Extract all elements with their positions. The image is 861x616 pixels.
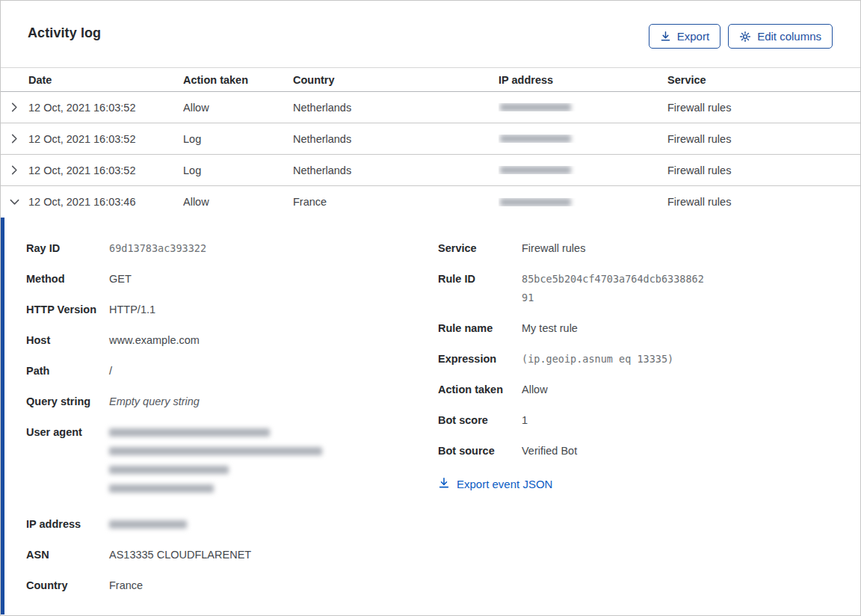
detail-field-label: Rule ID [438, 270, 522, 307]
detail-field-value: GET [109, 270, 132, 289]
table-header-row: Date Action taken Country IP address Ser… [1, 67, 860, 92]
detail-field-value: Allow [522, 381, 548, 399]
row-date: 12 Oct, 2021 16:03:46 [28, 196, 183, 208]
redacted-ip-value [500, 103, 571, 111]
row-chevron-cell [1, 132, 28, 146]
table-row[interactable]: 12 Oct, 2021 16:03:46AllowFranceFirewall… [1, 186, 860, 218]
detail-field: Ray ID69d13783ac393322 [26, 239, 438, 258]
detail-field-value: My test rule [522, 319, 578, 338]
row-service: Firewall rules [667, 164, 860, 176]
detail-field-value: / [109, 362, 112, 381]
activity-table: Date Action taken Country IP address Ser… [1, 67, 860, 218]
detail-field-value: 69d13783ac393322 [109, 239, 206, 258]
detail-field: Bot score1 [438, 411, 833, 430]
chevron-right-icon[interactable] [7, 132, 22, 146]
detail-field: IP address [26, 515, 438, 534]
row-ip-address [499, 166, 667, 174]
row-ip-address [499, 135, 667, 143]
detail-field: ASNAS13335 CLOUDFLARENET [26, 546, 438, 564]
detail-field: User agent [26, 423, 438, 503]
detail-field: Rule ID85bce5b204cf4703a764dcb633886291 [438, 270, 833, 307]
detail-field: Hostwww.example.com [26, 331, 438, 350]
detail-field-label: Query string [26, 392, 109, 411]
detail-field: HTTP VersionHTTP/1.1 [26, 301, 438, 319]
detail-field: Rule nameMy test rule [438, 319, 833, 338]
redacted-line [109, 484, 214, 493]
detail-field-value: Firewall rules [522, 239, 585, 258]
row-chevron-cell [1, 163, 28, 177]
export-event-json-label: Export event JSON [457, 478, 552, 490]
detail-field: CountryFrance [26, 576, 438, 595]
detail-field-value: Verified Bot [522, 442, 577, 461]
redacted-line [109, 447, 322, 455]
detail-field-value: AS13335 CLOUDFLARENET [109, 546, 251, 564]
detail-field-label: User agent [26, 423, 109, 503]
row-date: 12 Oct, 2021 16:03:52 [28, 133, 183, 145]
row-action-taken: Log [183, 164, 293, 176]
detail-field-label: Service [438, 239, 522, 258]
row-country: Netherlands [293, 102, 499, 114]
panel-header: Activity log Export Edit columns [1, 1, 860, 67]
table-body: 12 Oct, 2021 16:03:52AllowNetherlandsFir… [1, 92, 860, 218]
detail-field: Path/ [26, 362, 438, 381]
export-event-json-link[interactable]: Export event JSON [438, 477, 552, 491]
detail-field-value: 1 [522, 411, 528, 430]
toolbar: Export Edit columns [649, 24, 833, 49]
redacted-line [109, 428, 270, 437]
detail-field-label: Path [26, 362, 109, 381]
column-header-ip-address: IP address [499, 74, 667, 86]
table-row[interactable]: 12 Oct, 2021 16:03:52LogNetherlandsFirew… [1, 155, 860, 186]
detail-field-label: Rule name [438, 319, 522, 338]
detail-field-label: HTTP Version [26, 301, 109, 319]
column-header-country: Country [293, 74, 499, 86]
detail-field-label: ASN [26, 546, 109, 564]
column-header-date: Date [28, 74, 183, 86]
detail-left-column: Ray ID69d13783ac393322MethodGETHTTP Vers… [26, 239, 438, 607]
chevron-right-icon[interactable] [7, 163, 22, 177]
column-header-service: Service [667, 74, 860, 86]
chevron-right-icon[interactable] [7, 100, 22, 114]
row-chevron-cell [1, 195, 28, 209]
row-date: 12 Oct, 2021 16:03:52 [28, 164, 183, 176]
export-button[interactable]: Export [649, 24, 720, 49]
download-icon [438, 477, 450, 491]
detail-field-value: (ip.geoip.asnum eq 13335) [522, 350, 673, 369]
detail-field-label: Expression [438, 350, 522, 369]
redacted-ip-value [500, 198, 571, 206]
row-action-taken: Allow [183, 196, 293, 208]
export-button-label: Export [677, 30, 709, 43]
detail-field: Query stringEmpty query string [26, 392, 438, 411]
detail-field: Expression(ip.geoip.asnum eq 13335) [438, 350, 833, 369]
detail-field: Bot sourceVerified Bot [438, 442, 833, 461]
redacted-ip-value [500, 135, 571, 143]
detail-field-value: Empty query string [109, 392, 200, 411]
activity-log-panel: Activity log Export Edit columns [0, 0, 861, 616]
table-row[interactable]: 12 Oct, 2021 16:03:52LogNetherlandsFirew… [1, 123, 860, 155]
row-service: Firewall rules [667, 196, 860, 208]
detail-field: Action takenAllow [438, 381, 833, 399]
row-action-taken: Log [183, 133, 293, 145]
chevron-down-icon[interactable] [7, 195, 22, 209]
row-chevron-cell [1, 100, 28, 114]
row-country: Netherlands [293, 133, 499, 145]
row-date: 12 Oct, 2021 16:03:52 [28, 102, 183, 114]
detail-field: MethodGET [26, 270, 438, 289]
detail-field-label: Country [26, 576, 109, 595]
edit-columns-button[interactable]: Edit columns [728, 24, 833, 49]
detail-field-label: Bot score [438, 411, 522, 430]
event-detail-panel: Ray ID69d13783ac393322MethodGETHTTP Vers… [1, 218, 860, 615]
column-header-action-taken: Action taken [183, 74, 293, 86]
detail-field-label: Bot source [438, 442, 522, 461]
detail-field-value [109, 515, 187, 534]
row-service: Firewall rules [667, 133, 860, 145]
redacted-line [109, 466, 229, 474]
gear-icon [739, 31, 751, 43]
row-ip-address [499, 103, 667, 111]
table-row[interactable]: 12 Oct, 2021 16:03:52AllowNetherlandsFir… [1, 92, 860, 123]
row-service: Firewall rules [667, 102, 860, 114]
detail-field-label: IP address [26, 515, 109, 534]
row-action-taken: Allow [183, 102, 293, 114]
detail-field-value: 85bce5b204cf4703a764dcb633886291 [522, 270, 706, 307]
detail-field-label: Method [26, 270, 109, 289]
row-ip-address [499, 198, 667, 206]
